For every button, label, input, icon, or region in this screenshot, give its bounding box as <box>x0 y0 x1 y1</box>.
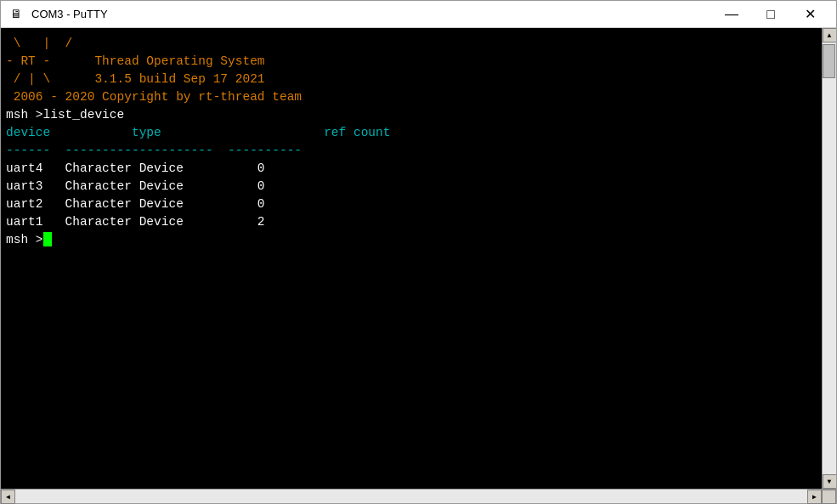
window-title: COM3 - PuTTY <box>31 8 712 20</box>
app-icon: 🖥 <box>8 6 25 23</box>
scroll-right-button[interactable]: ▶ <box>807 490 822 504</box>
window-controls: — □ ✕ <box>712 1 829 28</box>
vertical-scrollbar[interactable]: ▲ ▼ <box>822 28 836 489</box>
terminal-output[interactable]: \ | / - RT - Thread Operating System / |… <box>1 28 822 489</box>
logo-art: \ | / - RT - Thread Operating System / |… <box>6 37 302 104</box>
cursor <box>43 232 52 246</box>
scroll-down-button[interactable]: ▼ <box>823 474 837 489</box>
maximize-button[interactable]: □ <box>751 1 790 28</box>
terminal-area[interactable]: \ | / - RT - Thread Operating System / |… <box>1 28 836 489</box>
title-bar: 🖥 COM3 - PuTTY — □ ✕ <box>1 1 836 28</box>
horizontal-scrollbar[interactable]: ◀ ▶ <box>1 489 836 503</box>
scrollbar-corner <box>822 490 836 504</box>
prompt-line: msh > <box>6 233 43 246</box>
table-header: device type ref count ------ -----------… <box>6 126 390 157</box>
h-scroll-track[interactable] <box>15 490 807 503</box>
putty-window: 🖥 COM3 - PuTTY — □ ✕ \ | / - RT - Thread… <box>0 0 837 504</box>
minimize-button[interactable]: — <box>712 1 751 28</box>
close-button[interactable]: ✕ <box>790 1 829 28</box>
device-uart4: uart4 Character Device 0 uart3 Character… <box>6 161 265 229</box>
scroll-up-button[interactable]: ▲ <box>823 28 837 42</box>
scroll-thumb[interactable] <box>823 44 835 78</box>
scroll-left-button[interactable]: ◀ <box>1 490 15 504</box>
command-line: msh >list_device <box>6 108 124 122</box>
scroll-track[interactable] <box>823 42 836 474</box>
